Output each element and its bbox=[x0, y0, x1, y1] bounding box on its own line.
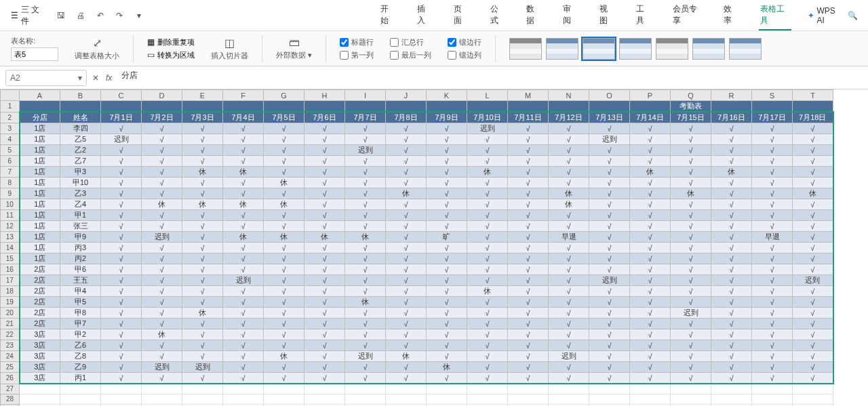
cell[interactable]: 甲4 bbox=[60, 286, 101, 297]
cell[interactable]: √ bbox=[589, 253, 630, 264]
cell[interactable]: √ bbox=[427, 319, 467, 329]
cell[interactable]: 2店 bbox=[20, 286, 60, 297]
cell[interactable]: √ bbox=[345, 188, 386, 199]
table-style-4[interactable] bbox=[619, 38, 652, 60]
cell[interactable]: √ bbox=[304, 319, 345, 329]
cell[interactable] bbox=[20, 384, 60, 394]
cell[interactable]: 1店 bbox=[20, 156, 60, 167]
cell[interactable]: √ bbox=[345, 123, 386, 134]
row-header-10[interactable]: 10 bbox=[1, 199, 20, 210]
cell[interactable]: √ bbox=[101, 199, 142, 210]
cell[interactable]: 7月15日 bbox=[671, 112, 711, 123]
cell[interactable]: 迟到 bbox=[467, 123, 508, 134]
cell[interactable]: √ bbox=[142, 275, 182, 286]
cell[interactable]: √ bbox=[304, 373, 345, 384]
col-header-L[interactable]: L bbox=[467, 90, 508, 101]
cell[interactable]: √ bbox=[752, 178, 793, 188]
undo-icon[interactable]: ↶ bbox=[90, 5, 110, 26]
cell[interactable]: √ bbox=[223, 243, 264, 253]
menu-tab-9[interactable]: 效率 bbox=[722, 1, 740, 31]
cell[interactable]: √ bbox=[793, 373, 833, 384]
cell[interactable]: √ bbox=[264, 156, 304, 167]
cell[interactable]: √ bbox=[793, 340, 833, 351]
cell[interactable] bbox=[386, 384, 427, 394]
cell[interactable] bbox=[467, 101, 508, 113]
cell[interactable]: √ bbox=[671, 134, 711, 145]
cell[interactable]: √ bbox=[345, 221, 386, 232]
row-header-4[interactable]: 4 bbox=[1, 134, 20, 145]
cell[interactable]: 1店 bbox=[20, 167, 60, 178]
cell[interactable]: √ bbox=[671, 362, 711, 373]
cell[interactable] bbox=[223, 384, 264, 394]
cell[interactable]: √ bbox=[752, 210, 793, 221]
cell[interactable]: √ bbox=[223, 134, 264, 145]
cell[interactable]: √ bbox=[182, 134, 223, 145]
cell[interactable]: √ bbox=[711, 297, 752, 308]
cell[interactable]: √ bbox=[386, 156, 427, 167]
cell[interactable] bbox=[589, 101, 630, 113]
cell[interactable]: 王五 bbox=[60, 275, 101, 286]
cell[interactable]: √ bbox=[223, 253, 264, 264]
cell[interactable]: √ bbox=[508, 340, 549, 351]
cell[interactable]: √ bbox=[386, 167, 427, 178]
cell[interactable]: √ bbox=[752, 199, 793, 210]
cell[interactable]: √ bbox=[264, 319, 304, 329]
chk-first-col-input[interactable] bbox=[340, 51, 349, 60]
cell[interactable]: √ bbox=[589, 297, 630, 308]
chk-last-col-input[interactable] bbox=[390, 51, 399, 60]
cell[interactable]: √ bbox=[182, 275, 223, 286]
col-header-E[interactable]: E bbox=[182, 90, 223, 101]
cell[interactable]: 3店 bbox=[20, 340, 60, 351]
cell[interactable]: √ bbox=[264, 123, 304, 134]
cell[interactable]: √ bbox=[101, 253, 142, 264]
col-header-A[interactable]: A bbox=[20, 90, 60, 101]
cell[interactable]: 甲7 bbox=[60, 319, 101, 329]
cell[interactable]: √ bbox=[671, 275, 711, 286]
cell[interactable]: √ bbox=[223, 319, 264, 329]
row-header-3[interactable]: 3 bbox=[1, 123, 20, 134]
cell[interactable]: √ bbox=[752, 351, 793, 362]
cell[interactable]: 休 bbox=[264, 232, 304, 243]
cell[interactable]: √ bbox=[345, 329, 386, 340]
cell[interactable]: √ bbox=[223, 308, 264, 319]
cell[interactable]: √ bbox=[264, 373, 304, 384]
cell[interactable]: √ bbox=[101, 297, 142, 308]
cell[interactable]: 休 bbox=[223, 199, 264, 210]
cell[interactable]: √ bbox=[508, 308, 549, 319]
cell[interactable]: √ bbox=[549, 243, 589, 253]
cell[interactable]: √ bbox=[427, 243, 467, 253]
cell[interactable]: √ bbox=[386, 123, 427, 134]
cell[interactable]: √ bbox=[671, 156, 711, 167]
cell[interactable]: 休 bbox=[386, 351, 427, 362]
cell[interactable]: √ bbox=[752, 134, 793, 145]
cell[interactable]: √ bbox=[793, 210, 833, 221]
cell[interactable]: √ bbox=[264, 297, 304, 308]
cell[interactable]: √ bbox=[752, 156, 793, 167]
cell[interactable]: √ bbox=[508, 264, 549, 275]
cell[interactable] bbox=[671, 384, 711, 394]
cell[interactable]: √ bbox=[793, 145, 833, 156]
cell[interactable]: √ bbox=[793, 286, 833, 297]
cell[interactable]: 休 bbox=[467, 167, 508, 178]
menu-tab-4[interactable]: 数据 bbox=[525, 1, 542, 31]
cell[interactable]: √ bbox=[142, 253, 182, 264]
cell[interactable]: √ bbox=[182, 373, 223, 384]
cell[interactable]: 7月13日 bbox=[589, 112, 630, 123]
cell[interactable]: √ bbox=[304, 199, 345, 210]
cell[interactable]: √ bbox=[427, 329, 467, 340]
chk-last-col[interactable]: 最后一列 bbox=[390, 50, 431, 60]
cell[interactable]: √ bbox=[589, 188, 630, 199]
cell[interactable]: 张三 bbox=[60, 221, 101, 232]
cell[interactable]: √ bbox=[671, 297, 711, 308]
cell[interactable]: √ bbox=[711, 243, 752, 253]
cell[interactable]: √ bbox=[467, 188, 508, 199]
external-data-button[interactable]: 🗃 外部数据 ▾ bbox=[271, 37, 317, 60]
cell[interactable]: √ bbox=[508, 199, 549, 210]
cell[interactable]: √ bbox=[142, 264, 182, 275]
row-header-11[interactable]: 11 bbox=[1, 210, 20, 221]
cell[interactable]: √ bbox=[101, 210, 142, 221]
cell[interactable]: √ bbox=[345, 275, 386, 286]
select-all-corner[interactable] bbox=[1, 90, 20, 101]
cell[interactable]: √ bbox=[427, 167, 467, 178]
cell[interactable]: 乙3 bbox=[60, 188, 101, 199]
